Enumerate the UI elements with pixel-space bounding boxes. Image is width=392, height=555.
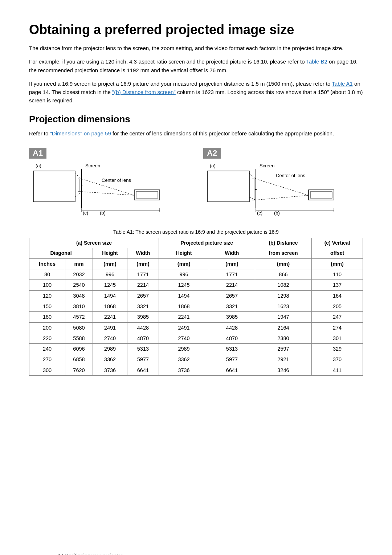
table-a1-link[interactable]: Table A1 <box>332 81 353 87</box>
table-cell: 2214 <box>127 280 159 290</box>
svg-point-20 <box>81 185 82 186</box>
table-cell: 3246 <box>255 365 311 375</box>
table-cell: 1947 <box>255 312 311 322</box>
col-proj-width: Width <box>209 248 255 259</box>
table-cell: 2597 <box>255 344 311 354</box>
table-cell: 200 <box>29 322 65 333</box>
table-cell: 2989 <box>159 344 209 354</box>
table-cell: 4870 <box>209 333 255 343</box>
table-cell: 1494 <box>159 290 209 301</box>
table-cell: 370 <box>312 354 363 365</box>
col-proj-height-mm: (mm) <box>159 258 209 269</box>
table-cell: 1623 <box>255 301 311 312</box>
svg-text:(a): (a) <box>210 163 216 168</box>
table-cell: 110 <box>312 269 363 280</box>
col-proj-height: Height <box>159 248 209 259</box>
table-cell: 1245 <box>93 280 127 290</box>
table-header-row-2: Diagonal Height Width Height Width from … <box>29 248 363 259</box>
table-cell: 1298 <box>255 290 311 301</box>
table-cell: 180 <box>29 312 65 322</box>
table-cell: 3736 <box>93 365 127 375</box>
table-cell: 164 <box>312 290 363 301</box>
table-cell: 7620 <box>65 365 93 375</box>
table-cell: 4572 <box>65 312 93 322</box>
col-width-mm: (mm) <box>127 258 159 269</box>
svg-line-27 <box>249 197 256 200</box>
table-cell: 5313 <box>127 344 159 354</box>
table-caption: Table A1: The screen aspect ratio is 16:… <box>29 228 363 236</box>
diagram-a2-label: A2 <box>203 148 221 159</box>
table-row: 100254012452214124522141082137 <box>29 280 363 290</box>
svg-text:(b): (b) <box>274 210 280 216</box>
svg-text:(a): (a) <box>36 163 41 168</box>
svg-rect-30 <box>309 190 334 200</box>
table-cell: 1082 <box>255 280 311 290</box>
diagram-a2-svg: (a) Screen Center of lens (b) <box>203 161 345 223</box>
table-row: 300762037366641373666413246411 <box>29 365 363 375</box>
table-cell: 6858 <box>65 354 93 365</box>
col-inches: Inches <box>29 258 65 269</box>
table-cell: 6641 <box>209 365 255 375</box>
table-cell: 150 <box>29 301 65 312</box>
diagram-a2: A2 (a) Screen Center of lens <box>203 148 356 217</box>
paragraph-3: If you need a 16:9 screen to project a 1… <box>29 79 363 105</box>
col-screen-width: Width <box>127 248 159 259</box>
table-cell: 137 <box>312 280 363 290</box>
table-cell: 1245 <box>159 280 209 290</box>
table-cell: 2164 <box>255 322 311 333</box>
table-cell: 2241 <box>159 312 209 322</box>
table-cell: 4428 <box>209 322 255 333</box>
svg-rect-3 <box>33 171 75 202</box>
table-cell: 3321 <box>127 301 159 312</box>
svg-text:Center of lens: Center of lens <box>276 173 305 178</box>
table-b2-link[interactable]: Table B2 <box>306 58 327 65</box>
footer: 14 Positioning your projector <box>58 553 122 555</box>
col-projected-size: Projected picture size <box>159 238 255 248</box>
col-distance: (b) Distance <box>255 238 311 248</box>
table-header-row-3: Inches mm (mm) (mm) (mm) (mm) (mm) (mm) <box>29 258 363 269</box>
col-screen-size: (a) Screen size <box>29 238 159 248</box>
col-vertical: (c) Vertical <box>312 238 363 248</box>
table-cell: 205 <box>312 301 363 312</box>
table-cell: 411 <box>312 365 363 375</box>
table-cell: 1868 <box>93 301 127 312</box>
table-cell: 4870 <box>127 333 159 343</box>
table-cell: 3985 <box>127 312 159 322</box>
table-cell: 5313 <box>209 344 255 354</box>
svg-text:Screen: Screen <box>85 163 100 168</box>
col-proj-width-mm: (mm) <box>209 258 255 269</box>
b-distance-link[interactable]: "(b) Distance from screen" <box>112 89 176 95</box>
col-screen-height: Height <box>93 248 127 259</box>
table-cell: 301 <box>312 333 363 343</box>
table-cell: 2380 <box>255 333 311 343</box>
dimensions-link[interactable]: "Dimensions" on page 59 <box>50 130 111 136</box>
table-row: 200508024914428249144282164274 <box>29 322 363 333</box>
svg-text:Center of lens: Center of lens <box>102 177 131 183</box>
table-cell: 6096 <box>65 344 93 354</box>
table-row: 220558827404870274048702380301 <box>29 333 363 343</box>
table-cell: 3048 <box>65 290 93 301</box>
table-cell: 2214 <box>209 280 255 290</box>
table-cell: 5977 <box>209 354 255 365</box>
diagram-a1: A1 (a) Screen Center of lens <box>29 148 181 217</box>
table-cell: 5977 <box>127 354 159 365</box>
table-cell: 3321 <box>209 301 255 312</box>
table-cell: 996 <box>159 269 209 280</box>
table-row: 120304814942657149426571298164 <box>29 290 363 301</box>
svg-text:(c): (c) <box>257 210 262 216</box>
table-cell: 270 <box>29 354 65 365</box>
svg-line-28 <box>256 179 309 195</box>
table-cell: 2657 <box>127 290 159 301</box>
table-cell: 329 <box>312 344 363 354</box>
diagram-a1-label: A1 <box>29 148 46 159</box>
col-diagonal: Diagonal <box>29 248 93 259</box>
table-cell: 3985 <box>209 312 255 322</box>
col-mm: mm <box>65 258 93 269</box>
projection-table: (a) Screen size Projected picture size (… <box>29 238 363 376</box>
svg-line-8 <box>82 192 134 195</box>
table-row: 80203299617719961771866110 <box>29 269 363 280</box>
svg-line-5 <box>75 174 82 179</box>
table-cell: 247 <box>312 312 363 322</box>
svg-text:Screen: Screen <box>260 163 274 168</box>
svg-text:(c): (c) <box>83 210 88 216</box>
